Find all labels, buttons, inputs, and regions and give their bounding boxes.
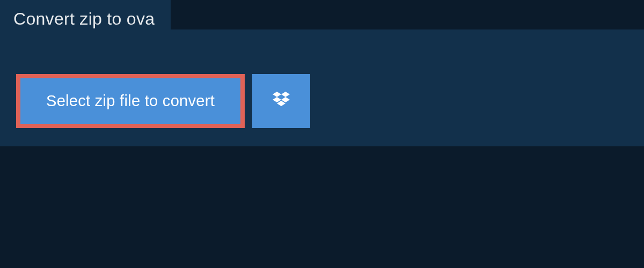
select-file-button[interactable]: Select zip file to convert — [16, 74, 245, 128]
page-title: Convert zip to ova — [13, 9, 155, 29]
select-file-label: Select zip file to convert — [46, 92, 215, 110]
dropbox-icon — [270, 90, 292, 113]
button-row: Select zip file to convert — [16, 74, 310, 128]
dropbox-button[interactable] — [252, 74, 310, 128]
